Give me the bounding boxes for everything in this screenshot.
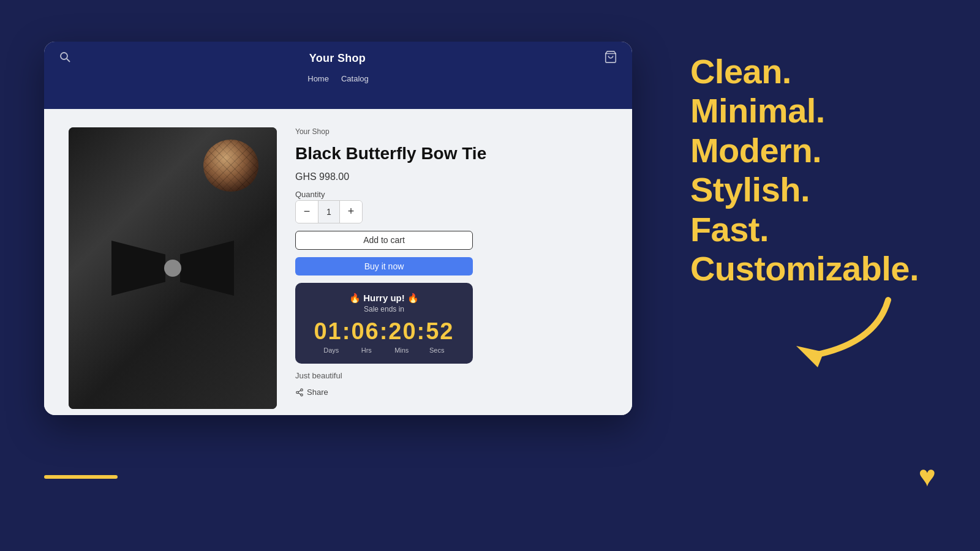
- tagline-line-3: Modern.: [690, 131, 919, 170]
- svg-line-1: [67, 59, 70, 62]
- countdown-labels: Days Hrs Mins Secs: [307, 347, 461, 354]
- countdown-hrs-label: Hrs: [349, 347, 385, 354]
- breadcrumb: Your Shop: [295, 127, 608, 136]
- svg-line-6: [298, 392, 301, 394]
- add-to-cart-button[interactable]: Add to cart: [295, 231, 473, 250]
- countdown-subtitle: Sale ends in: [307, 305, 461, 313]
- browser-mockup: Your Shop Home Catalog: [44, 42, 632, 415]
- svg-point-5: [301, 394, 303, 396]
- product-description: Just beautiful: [295, 371, 608, 380]
- wicker-ball-decoration: [203, 140, 258, 192]
- arrow-icon: [778, 294, 900, 373]
- search-icon[interactable]: [59, 51, 71, 66]
- quantity-control: − 1 +: [295, 200, 363, 223]
- svg-point-3: [301, 389, 303, 391]
- share-button[interactable]: Share: [295, 388, 608, 397]
- tagline-section: Clean. Minimal. Modern. Stylish. Fast. C…: [690, 52, 919, 288]
- svg-marker-8: [796, 346, 824, 367]
- bow-center-knot: [164, 260, 181, 277]
- browser-navbar: Your Shop Home Catalog: [44, 42, 632, 109]
- bow-left-wing: [111, 241, 165, 296]
- countdown-title: 🔥 Hurry up! 🔥: [307, 293, 461, 304]
- browser-topbar: Your Shop: [44, 42, 632, 72]
- heart-icon: ♥: [919, 459, 937, 493]
- tagline-line-4: Stylish.: [690, 170, 919, 209]
- nav-home[interactable]: Home: [307, 74, 329, 83]
- svg-point-0: [61, 53, 67, 59]
- tagline-line-5: Fast.: [690, 210, 919, 249]
- tagline-line-1: Clean.: [690, 52, 919, 91]
- buy-now-button[interactable]: Buy it now: [295, 257, 473, 276]
- countdown-secs-label: Secs: [420, 347, 455, 354]
- product-name: Black Butterfly Bow Tie: [295, 143, 608, 164]
- nav-catalog[interactable]: Catalog: [341, 74, 369, 83]
- product-image: [69, 127, 277, 409]
- bottom-line-decoration: [44, 475, 118, 479]
- quantity-value: 1: [318, 201, 340, 223]
- share-label: Share: [307, 388, 328, 397]
- countdown-days-label: Days: [314, 347, 349, 354]
- browser-shop-title: Your Shop: [309, 52, 366, 65]
- cart-icon[interactable]: [604, 50, 617, 67]
- quantity-decrease-button[interactable]: −: [296, 201, 318, 223]
- product-page: Your Shop Black Butterfly Bow Tie GHS 99…: [44, 109, 632, 415]
- quantity-section: Quantity − 1 +: [295, 190, 608, 223]
- product-price: GHS 998.00: [295, 171, 608, 182]
- tagline-line-2: Minimal.: [690, 91, 919, 130]
- browser-nav-links: Home Catalog: [307, 72, 369, 83]
- svg-point-4: [296, 391, 299, 394]
- countdown-widget: 🔥 Hurry up! 🔥 Sale ends in 01:06:20:52 D…: [295, 283, 473, 364]
- svg-line-7: [298, 390, 301, 391]
- tagline-line-6: Customizable.: [690, 249, 919, 288]
- countdown-mins-label: Mins: [384, 347, 420, 354]
- countdown-time: 01:06:20:52: [307, 320, 461, 343]
- bow-tie-shape: [111, 234, 234, 302]
- quantity-label: Quantity: [295, 190, 608, 199]
- product-image-container: [69, 127, 277, 409]
- product-info: Your Shop Black Butterfly Bow Tie GHS 99…: [295, 127, 608, 397]
- quantity-increase-button[interactable]: +: [340, 201, 362, 223]
- arrow-container: [778, 294, 900, 376]
- bow-right-wing: [180, 241, 234, 296]
